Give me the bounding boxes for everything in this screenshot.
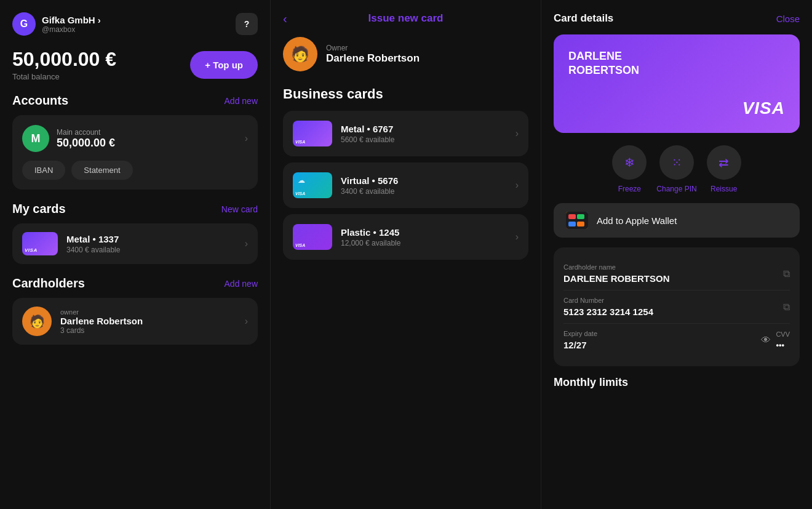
- svg-rect-3: [568, 222, 576, 226]
- right-header: Card details Close: [554, 12, 800, 25]
- cardholder-cards-count: 3 cards: [60, 326, 236, 335]
- expiry-info: Expiry date 12/27: [563, 330, 597, 350]
- card-number-row: Card Number 5123 2312 3214 1254 ⧉: [563, 291, 790, 324]
- center-panel: ‹ Issue new card 🧑 Owner Darlene Roberts…: [271, 0, 541, 509]
- help-button[interactable]: ?: [236, 13, 258, 35]
- company-info: Gifka GmbH › @maxbox: [42, 15, 101, 34]
- back-button[interactable]: ‹: [283, 12, 287, 26]
- biz-card-avail-plastic: 12,000 € available: [341, 239, 507, 247]
- card-details-box: Cardholder name DARLENE ROBERTSON ⧉ Card…: [554, 247, 800, 366]
- balance-info: 50,000.00 € Total balance: [12, 48, 116, 81]
- monthly-limits-title: Monthly limits: [554, 376, 800, 389]
- freeze-action[interactable]: ❄ Freeze: [612, 145, 647, 193]
- wallet-icon: [566, 212, 588, 229]
- balance-label: Total balance: [12, 72, 116, 81]
- reissue-label: Reissue: [710, 185, 737, 193]
- topup-button[interactable]: + Top up: [190, 51, 258, 79]
- biz-card-details-plastic: Plastic • 1245 12,000 € available: [341, 227, 507, 247]
- biz-card-virtual[interactable]: ☁ VISA Virtual • 5676 3400 € available ›: [283, 162, 528, 208]
- left-header: G Gifka GmbH › @maxbox ?: [12, 12, 258, 36]
- my-card-item[interactable]: VISA Metal • 1337 3400 € available ›: [12, 223, 258, 264]
- biz-card-name-virtual: Virtual • 5676: [341, 175, 507, 186]
- cardholder-avatar: 🧑: [22, 307, 52, 336]
- cvv-label: CVV: [776, 331, 790, 338]
- balance-amount: 50,000.00 €: [12, 48, 116, 71]
- biz-card-name-plastic: Plastic • 1245: [341, 227, 507, 238]
- balance-section: 50,000.00 € Total balance + Top up: [12, 48, 258, 81]
- biz-card-visual-metal: VISA: [293, 121, 332, 146]
- account-balance: 50,000.00 €: [57, 137, 237, 150]
- account-name: Main account: [57, 128, 237, 137]
- company-chevron: ›: [98, 15, 101, 25]
- statement-button[interactable]: Statement: [71, 161, 132, 180]
- new-card-button[interactable]: New card: [221, 204, 258, 214]
- wallet-svg: [566, 212, 588, 229]
- visa-label-plastic: VISA: [295, 243, 330, 247]
- visa-label-virtual: VISA: [295, 191, 330, 196]
- card-display: DARLENE ROBERTSON VISA: [554, 34, 800, 133]
- biz-card-metal[interactable]: VISA Metal • 6767 5600 € available ›: [283, 111, 528, 156]
- account-details: Main account 50,000.00 €: [57, 128, 237, 150]
- expiry-row: Expiry date 12/27 👁 CVV •••: [563, 324, 790, 356]
- cvv-info: CVV •••: [776, 331, 790, 350]
- account-icon: M: [22, 125, 49, 152]
- right-title: Card details: [554, 12, 613, 25]
- visa-label: VISA: [25, 247, 55, 253]
- wallet-label: Add to Apple Wallet: [597, 215, 677, 226]
- biz-card-avail-virtual: 3400 € available: [341, 187, 507, 196]
- apple-wallet-button[interactable]: Add to Apple Wallet: [554, 203, 800, 238]
- cardholders-title: Cardholders: [12, 276, 85, 291]
- biz-card-plastic[interactable]: VISA Plastic • 1245 12,000 € available ›: [283, 214, 528, 260]
- card-brand-display: VISA: [568, 98, 785, 118]
- my-card-name: Metal • 1337: [66, 234, 236, 244]
- iban-button[interactable]: IBAN: [22, 161, 65, 180]
- center-header: ‹ Issue new card: [283, 12, 528, 25]
- svg-rect-4: [577, 222, 584, 226]
- company-avatar: G: [12, 12, 36, 36]
- cardholder-chevron: ›: [245, 316, 248, 327]
- my-cards-section-header: My cards New card: [12, 202, 258, 216]
- card-holder-display-name: DARLENE ROBERTSON: [568, 49, 785, 78]
- cardholder-name-label: Cardholder name: [563, 263, 790, 271]
- my-card-info: Metal • 1337 3400 € available: [66, 234, 236, 254]
- owner-label: Owner: [326, 44, 420, 52]
- biz-cards-title: Business cards: [283, 86, 528, 102]
- owner-avatar: 🧑: [283, 37, 317, 71]
- biz-card-details-virtual: Virtual • 5676 3400 € available: [341, 175, 507, 196]
- company-name: Gifka GmbH ›: [42, 15, 101, 25]
- left-panel: G Gifka GmbH › @maxbox ? 50,000.00 € Tot…: [0, 0, 271, 509]
- owner-name: Darlene Robertson: [326, 52, 420, 65]
- change-pin-label: Change PIN: [656, 185, 696, 193]
- cardholder-role: owner: [60, 308, 236, 316]
- cvv-eye-icon[interactable]: 👁: [761, 335, 771, 346]
- expiry-cvv-row: Expiry date 12/27 👁 CVV •••: [563, 330, 790, 350]
- freeze-label: Freeze: [618, 185, 641, 193]
- company-row[interactable]: G Gifka GmbH › @maxbox: [12, 12, 101, 36]
- company-username: @maxbox: [42, 25, 101, 34]
- card-number-label: Card Number: [563, 297, 790, 304]
- cardholders-section-header: Cardholders Add new: [12, 276, 258, 291]
- cloud-icon: ☁: [298, 176, 305, 185]
- copy-card-number-icon[interactable]: ⧉: [783, 302, 790, 313]
- my-card-visual: VISA: [22, 232, 58, 255]
- change-pin-action[interactable]: ⁙ Change PIN: [656, 145, 696, 193]
- reissue-action[interactable]: ⇄ Reissue: [707, 145, 741, 193]
- expiry-value: 12/27: [563, 340, 597, 350]
- change-pin-icon: ⁙: [659, 145, 694, 180]
- cardholder-item[interactable]: 🧑 owner Darlene Robertson 3 cards ›: [12, 298, 258, 345]
- freeze-icon: ❄: [612, 145, 647, 180]
- account-chevron: ›: [245, 133, 248, 144]
- biz-card-visual-plastic: VISA: [293, 224, 332, 250]
- account-card[interactable]: M Main account 50,000.00 € › IBAN Statem…: [12, 115, 258, 190]
- copy-cardholder-icon[interactable]: ⧉: [783, 268, 790, 279]
- account-actions: IBAN Statement: [22, 161, 248, 180]
- close-button[interactable]: Close: [776, 14, 800, 24]
- biz-card-details-metal: Metal • 6767 5600 € available: [341, 124, 507, 144]
- cvv-area: 👁 CVV •••: [761, 331, 790, 350]
- accounts-add-new[interactable]: Add new: [225, 96, 258, 106]
- account-row: M Main account 50,000.00 € ›: [22, 125, 248, 152]
- center-title: Issue new card: [368, 12, 444, 25]
- my-card-chevron: ›: [245, 238, 248, 249]
- cardholders-add-new[interactable]: Add new: [225, 279, 258, 289]
- biz-card-name-metal: Metal • 6767: [341, 124, 507, 134]
